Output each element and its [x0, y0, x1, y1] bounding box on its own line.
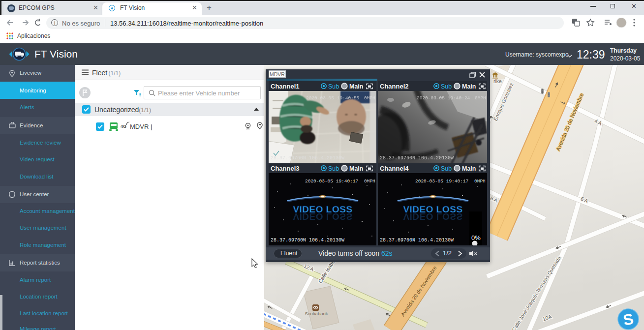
svg-text:Main: Main: [462, 165, 476, 172]
svg-text:Sub: Sub: [328, 83, 339, 90]
svg-text:0MPH: 0MPH: [474, 179, 486, 184]
svg-text:0MPH: 0MPH: [364, 95, 375, 101]
svg-text:28.37.69760N 106.4.20130W: 28.37.69760N 106.4.20130W: [380, 238, 454, 243]
svg-text:VIDEO LOSS: VIDEO LOSS: [293, 204, 352, 214]
svg-text:Sub: Sub: [328, 165, 339, 172]
svg-text:2020-03-05 19:40:17: 2020-03-05 19:40:17: [305, 179, 358, 184]
svg-text:28.37.69760N 106.4.20130W: 28.37.69760N 106.4.20130W: [380, 155, 454, 161]
svg-text:28.37.69760N 106.4.20130W: 28.37.69760N 106.4.20130W: [271, 155, 344, 161]
svg-text:Sub: Sub: [441, 165, 452, 172]
svg-text:rike: rike: [493, 78, 502, 84]
svg-text:2020-03-05 19:40:17: 2020-03-05 19:40:17: [415, 179, 468, 184]
svg-text:2020-03-05 19:40:55: 2020-03-05 19:40:55: [306, 95, 360, 101]
svg-text:0MPH: 0MPH: [475, 95, 486, 101]
svg-text:VIDEO LOSS: VIDEO LOSS: [403, 204, 462, 214]
svg-text:2020-03-05 19:40:24: 2020-03-05 19:40:24: [417, 95, 470, 101]
svg-text:Main: Main: [349, 83, 363, 90]
svg-text:Main: Main: [349, 165, 363, 172]
svg-text:0MPH: 0MPH: [364, 179, 375, 184]
svg-text:0%: 0%: [471, 234, 481, 241]
svg-text:Main: Main: [462, 83, 476, 90]
svg-text:28.37.69760N 106.4.20130W: 28.37.69760N 106.4.20130W: [271, 238, 344, 243]
svg-text:Sub: Sub: [441, 83, 452, 90]
svg-text:Scotiabank: Scotiabank: [305, 311, 328, 316]
